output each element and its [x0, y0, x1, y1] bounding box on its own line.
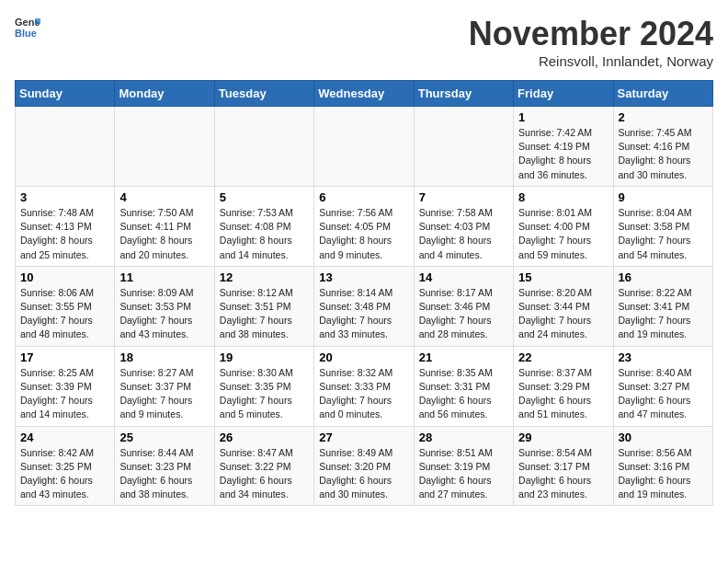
- calendar-cell: 20Sunrise: 8:32 AM Sunset: 3:33 PM Dayli…: [314, 346, 414, 426]
- day-info: Sunrise: 8:32 AM Sunset: 3:33 PM Dayligh…: [319, 366, 408, 422]
- day-number: 19: [220, 350, 309, 364]
- week-row-4: 17Sunrise: 8:25 AM Sunset: 3:39 PM Dayli…: [16, 346, 713, 426]
- day-info: Sunrise: 8:04 AM Sunset: 3:58 PM Dayligh…: [619, 206, 708, 262]
- calendar-cell: 17Sunrise: 8:25 AM Sunset: 3:39 PM Dayli…: [16, 346, 115, 426]
- header-cell-saturday: Saturday: [613, 81, 712, 107]
- day-info: Sunrise: 7:50 AM Sunset: 4:11 PM Dayligh…: [119, 206, 209, 262]
- svg-text:Blue: Blue: [15, 28, 37, 39]
- week-row-1: 1Sunrise: 7:42 AM Sunset: 4:19 PM Daylig…: [16, 107, 713, 187]
- calendar-cell: 11Sunrise: 8:09 AM Sunset: 3:53 PM Dayli…: [115, 266, 214, 346]
- header-cell-sunday: Sunday: [16, 81, 115, 107]
- header-cell-thursday: Thursday: [414, 81, 513, 107]
- day-info: Sunrise: 8:44 AM Sunset: 3:23 PM Dayligh…: [119, 446, 209, 502]
- calendar-cell: 27Sunrise: 8:49 AM Sunset: 3:20 PM Dayli…: [314, 426, 414, 506]
- day-number: 10: [20, 270, 109, 284]
- calendar-cell: 28Sunrise: 8:51 AM Sunset: 3:19 PM Dayli…: [414, 426, 513, 506]
- calendar-cell: 7Sunrise: 7:58 AM Sunset: 4:03 PM Daylig…: [414, 186, 513, 266]
- header-row: SundayMondayTuesdayWednesdayThursdayFrid…: [16, 81, 713, 107]
- day-number: 14: [419, 270, 508, 284]
- calendar-cell: 6Sunrise: 7:56 AM Sunset: 4:05 PM Daylig…: [314, 186, 414, 266]
- calendar-cell: 23Sunrise: 8:40 AM Sunset: 3:27 PM Dayli…: [613, 346, 712, 426]
- day-number: 23: [619, 350, 708, 364]
- header-cell-tuesday: Tuesday: [214, 81, 313, 107]
- day-number: 17: [20, 350, 109, 364]
- calendar-cell: 21Sunrise: 8:35 AM Sunset: 3:31 PM Dayli…: [414, 346, 513, 426]
- calendar-cell: 29Sunrise: 8:54 AM Sunset: 3:17 PM Dayli…: [514, 426, 613, 506]
- day-number: 15: [518, 270, 608, 284]
- day-info: Sunrise: 8:09 AM Sunset: 3:53 PM Dayligh…: [119, 286, 209, 342]
- header-cell-monday: Monday: [115, 81, 214, 107]
- calendar-cell: 12Sunrise: 8:12 AM Sunset: 3:51 PM Dayli…: [214, 266, 313, 346]
- calendar-cell: [16, 107, 115, 187]
- day-number: 18: [119, 350, 209, 364]
- day-info: Sunrise: 8:22 AM Sunset: 3:41 PM Dayligh…: [619, 286, 708, 342]
- day-number: 25: [119, 431, 209, 444]
- day-info: Sunrise: 8:12 AM Sunset: 3:51 PM Dayligh…: [220, 286, 309, 342]
- day-info: Sunrise: 8:01 AM Sunset: 4:00 PM Dayligh…: [518, 206, 608, 262]
- calendar-cell: 4Sunrise: 7:50 AM Sunset: 4:11 PM Daylig…: [115, 186, 214, 266]
- day-number: 30: [619, 431, 708, 444]
- calendar-cell: 8Sunrise: 8:01 AM Sunset: 4:00 PM Daylig…: [514, 186, 613, 266]
- day-number: 22: [518, 350, 608, 364]
- day-number: 21: [419, 350, 508, 364]
- day-info: Sunrise: 8:20 AM Sunset: 3:44 PM Dayligh…: [518, 286, 608, 342]
- day-info: Sunrise: 7:45 AM Sunset: 4:16 PM Dayligh…: [619, 126, 708, 182]
- calendar-cell: 24Sunrise: 8:42 AM Sunset: 3:25 PM Dayli…: [16, 426, 115, 506]
- calendar-cell: 5Sunrise: 7:53 AM Sunset: 4:08 PM Daylig…: [214, 186, 313, 266]
- day-number: 3: [20, 190, 109, 204]
- day-number: 1: [518, 110, 608, 124]
- calendar-cell: [115, 107, 214, 187]
- day-info: Sunrise: 8:51 AM Sunset: 3:19 PM Dayligh…: [419, 446, 508, 502]
- day-info: Sunrise: 7:53 AM Sunset: 4:08 PM Dayligh…: [220, 206, 309, 262]
- day-info: Sunrise: 8:49 AM Sunset: 3:20 PM Dayligh…: [319, 446, 408, 502]
- calendar-cell: [214, 107, 313, 187]
- calendar-cell: 3Sunrise: 7:48 AM Sunset: 4:13 PM Daylig…: [16, 186, 115, 266]
- week-row-2: 3Sunrise: 7:48 AM Sunset: 4:13 PM Daylig…: [16, 186, 713, 266]
- week-row-3: 10Sunrise: 8:06 AM Sunset: 3:55 PM Dayli…: [16, 266, 713, 346]
- calendar-cell: 13Sunrise: 8:14 AM Sunset: 3:48 PM Dayli…: [314, 266, 414, 346]
- day-number: 12: [220, 270, 309, 284]
- day-info: Sunrise: 8:47 AM Sunset: 3:22 PM Dayligh…: [220, 446, 309, 502]
- day-info: Sunrise: 8:14 AM Sunset: 3:48 PM Dayligh…: [319, 286, 408, 342]
- calendar-cell: 19Sunrise: 8:30 AM Sunset: 3:35 PM Dayli…: [214, 346, 313, 426]
- calendar-cell: 26Sunrise: 8:47 AM Sunset: 3:22 PM Dayli…: [214, 426, 313, 506]
- calendar-cell: 16Sunrise: 8:22 AM Sunset: 3:41 PM Dayli…: [613, 266, 712, 346]
- day-info: Sunrise: 8:17 AM Sunset: 3:46 PM Dayligh…: [419, 286, 508, 342]
- day-number: 27: [319, 431, 408, 444]
- day-info: Sunrise: 8:35 AM Sunset: 3:31 PM Dayligh…: [419, 366, 508, 422]
- week-row-5: 24Sunrise: 8:42 AM Sunset: 3:25 PM Dayli…: [16, 426, 713, 506]
- day-number: 2: [619, 110, 708, 124]
- day-number: 28: [419, 431, 508, 444]
- day-number: 20: [319, 350, 408, 364]
- day-number: 26: [220, 431, 309, 444]
- day-info: Sunrise: 8:40 AM Sunset: 3:27 PM Dayligh…: [619, 366, 708, 422]
- day-info: Sunrise: 8:54 AM Sunset: 3:17 PM Dayligh…: [518, 446, 608, 502]
- calendar-cell: 2Sunrise: 7:45 AM Sunset: 4:16 PM Daylig…: [613, 107, 712, 187]
- calendar-cell: 1Sunrise: 7:42 AM Sunset: 4:19 PM Daylig…: [514, 107, 613, 187]
- calendar-cell: [414, 107, 513, 187]
- calendar-cell: [314, 107, 414, 187]
- header-cell-friday: Friday: [514, 81, 613, 107]
- calendar-cell: 14Sunrise: 8:17 AM Sunset: 3:46 PM Dayli…: [414, 266, 513, 346]
- day-info: Sunrise: 8:37 AM Sunset: 3:29 PM Dayligh…: [518, 366, 608, 422]
- calendar-table: SundayMondayTuesdayWednesdayThursdayFrid…: [15, 80, 713, 506]
- calendar-cell: 22Sunrise: 8:37 AM Sunset: 3:29 PM Dayli…: [514, 346, 613, 426]
- day-number: 8: [518, 190, 608, 204]
- day-info: Sunrise: 8:25 AM Sunset: 3:39 PM Dayligh…: [20, 366, 109, 422]
- subtitle: Reinsvoll, Innlandet, Norway: [469, 53, 713, 69]
- day-info: Sunrise: 8:27 AM Sunset: 3:37 PM Dayligh…: [119, 366, 209, 422]
- day-info: Sunrise: 8:56 AM Sunset: 3:16 PM Dayligh…: [619, 446, 708, 502]
- day-info: Sunrise: 7:48 AM Sunset: 4:13 PM Dayligh…: [20, 206, 109, 262]
- day-number: 11: [119, 270, 209, 284]
- day-number: 4: [119, 190, 209, 204]
- day-info: Sunrise: 8:42 AM Sunset: 3:25 PM Dayligh…: [20, 446, 109, 502]
- day-info: Sunrise: 7:56 AM Sunset: 4:05 PM Dayligh…: [319, 206, 408, 262]
- calendar-cell: 10Sunrise: 8:06 AM Sunset: 3:55 PM Dayli…: [16, 266, 115, 346]
- day-number: 6: [319, 190, 408, 204]
- title-section: November 2024 Reinsvoll, Innlandet, Norw…: [469, 15, 713, 69]
- logo: General Blue: [15, 15, 40, 40]
- header: General Blue November 2024 Reinsvoll, In…: [15, 15, 713, 69]
- day-number: 9: [619, 190, 708, 204]
- day-info: Sunrise: 8:30 AM Sunset: 3:35 PM Dayligh…: [220, 366, 309, 422]
- calendar-cell: 30Sunrise: 8:56 AM Sunset: 3:16 PM Dayli…: [613, 426, 712, 506]
